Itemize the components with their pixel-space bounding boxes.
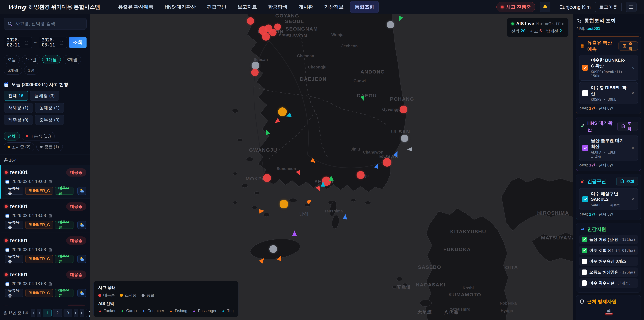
quick-range-chip-6개월[interactable]: 6개월 xyxy=(4,66,22,75)
incident-marker[interactable] xyxy=(262,33,270,41)
sensitive-resource-row[interactable]: 오동도 해상공원(125ha) xyxy=(579,267,638,277)
page-next-button[interactable] xyxy=(74,308,78,317)
section-query-button[interactable]: 조회 xyxy=(617,122,638,131)
resource-checkbox[interactable] xyxy=(582,280,587,286)
close-icon[interactable]: × xyxy=(630,65,635,71)
date-to-input[interactable]: 2026-03-11 xyxy=(39,37,67,48)
region-chip-서해청[interactable]: 서해청(1) xyxy=(4,103,33,113)
quick-range-chip-오늘[interactable]: 오늘 xyxy=(4,55,20,64)
section-query-button[interactable]: 조회 xyxy=(616,177,638,186)
model-checkbox[interactable] xyxy=(582,65,588,71)
model-item[interactable]: 여수항 DIESEL 확산KOSPS · 30kL× xyxy=(579,82,638,104)
calendar-icon xyxy=(24,40,29,45)
model-checkbox[interactable] xyxy=(582,145,588,151)
page-prev-button[interactable] xyxy=(37,308,41,317)
notifications-button[interactable] xyxy=(540,2,550,13)
model-checkbox[interactable] xyxy=(582,90,588,96)
quick-range-chip-3개월[interactable]: 3개월 xyxy=(63,55,81,64)
page-button-1[interactable]: 1 xyxy=(43,308,52,317)
quick-range-chip-1개월[interactable]: 1개월 xyxy=(42,55,61,64)
date-from-input[interactable]: 2026-02-11 xyxy=(4,37,32,48)
weather-button[interactable] xyxy=(78,289,86,297)
incident-marker[interactable] xyxy=(251,69,258,76)
page-button-3[interactable]: 3 xyxy=(64,308,72,317)
incident-marker[interactable] xyxy=(247,17,254,25)
section-query-button[interactable]: 조회 xyxy=(618,42,638,51)
resource-checkbox[interactable] xyxy=(582,259,587,264)
sensitive-resource-row[interactable]: 여수 갯벌 생태계(4,013ha) xyxy=(579,246,638,255)
section-header: 민감자원 xyxy=(579,226,638,232)
ship-marker-cargo[interactable] xyxy=(328,175,334,182)
sensitive-resource-row[interactable]: 여수 해수욕장 3개소 xyxy=(579,256,638,266)
status-chip-대응중 (13)[interactable]: 대응중 (13) xyxy=(22,132,55,140)
close-icon[interactable]: × xyxy=(630,145,635,151)
ship-marker-tug[interactable] xyxy=(320,181,326,187)
ship-marker-container[interactable] xyxy=(342,214,348,220)
page-button-2[interactable]: 2 xyxy=(53,308,62,317)
incident-card[interactable]: test001대응중2026-03-04 18:58유류유출BUNKER_C예측… xyxy=(0,267,90,301)
top-nav: Wing 해양환경 위기대응 통합시스템 유출유 확산예측HNS·대기확산긴급구… xyxy=(0,0,644,14)
incident-marker[interactable] xyxy=(274,24,281,30)
incident-card[interactable]: test001대응중2026-03-04 18:58유류유출BUNKER_C예측… xyxy=(0,199,90,233)
date-query-button[interactable]: 조회 xyxy=(69,37,86,48)
close-icon[interactable]: × xyxy=(630,196,635,202)
resource-checkbox[interactable] xyxy=(582,269,587,275)
incident-marker[interactable] xyxy=(387,21,394,28)
region-chip-동해청[interactable]: 동해청(1) xyxy=(35,103,64,113)
legend-ship-Container: ▲Container xyxy=(142,308,164,313)
page-first-button[interactable] xyxy=(31,308,35,317)
legend-label: Container xyxy=(148,308,164,313)
incident-marker[interactable] xyxy=(400,106,407,113)
search-input[interactable] xyxy=(15,21,83,26)
page-last-button[interactable] xyxy=(80,308,84,317)
incident-marker[interactable] xyxy=(280,200,288,208)
resource-checkbox[interactable] xyxy=(582,248,587,253)
weather-button[interactable] xyxy=(78,187,86,195)
nav-item-유출유 확산예측[interactable]: 유출유 확산예측 xyxy=(114,1,158,13)
model-item[interactable]: 여수 해상구난 SAR #12SAROPS · 확률맵× xyxy=(579,188,638,210)
model-item[interactable]: 여수항 BUNKER-C 확산KOSPS+OpenDrift · 150kL× xyxy=(579,55,638,81)
quick-range-chip-1년[interactable]: 1년 xyxy=(24,66,38,75)
incident-card[interactable]: test001대응중2026-03-04 19:00유류유출BUNKER_C예측… xyxy=(0,165,90,199)
incident-card[interactable]: test001대응중2026-03-04 18:58유류유출BUNKER_C예측… xyxy=(0,233,90,267)
incident-marker[interactable] xyxy=(269,245,277,253)
nav-item-보고자료[interactable]: 보고자료 xyxy=(233,1,261,13)
region-chip-남해청[interactable]: 남해청(3) xyxy=(30,91,59,101)
siren-icon xyxy=(579,179,585,184)
ship-marker-etc[interactable] xyxy=(407,147,413,152)
region-chip-제주청[interactable]: 제주청(0) xyxy=(4,115,33,125)
incident-marker[interactable] xyxy=(269,29,276,36)
incident-marker[interactable] xyxy=(252,62,259,70)
weather-button[interactable] xyxy=(78,221,86,229)
incident-marker[interactable] xyxy=(356,171,364,179)
close-icon[interactable]: × xyxy=(630,90,635,96)
nav-item-HNS·대기확산[interactable]: HNS·대기확산 xyxy=(160,1,200,13)
incident-marker[interactable] xyxy=(383,158,392,167)
status-chip-종료 (1)[interactable]: 종료 (1) xyxy=(36,142,63,151)
model-checkbox[interactable] xyxy=(582,196,588,202)
menu-button[interactable] xyxy=(626,2,636,13)
logout-button[interactable]: 로그아웃 xyxy=(595,2,622,12)
resource-checkbox[interactable] xyxy=(582,237,587,242)
sensitive-resource-row[interactable]: 돌산 어장 (김·전복)(131ha) xyxy=(579,235,638,244)
incident-tag: 유류유출 xyxy=(5,187,23,195)
sensitive-resource-row[interactable]: 여수 취수시설(2개소) xyxy=(579,278,638,288)
ship-marker-passenger[interactable] xyxy=(292,230,297,237)
region-chip-중부청[interactable]: 중부청(0) xyxy=(35,115,64,125)
nav-item-기상정보[interactable]: 기상정보 xyxy=(320,1,348,13)
ship-marker-fishing[interactable] xyxy=(258,208,265,214)
status-chip-조사중 (2)[interactable]: 조사중 (2) xyxy=(4,142,34,151)
nav-item-게시판[interactable]: 게시판 xyxy=(294,1,318,13)
weather-button[interactable] xyxy=(78,255,86,263)
nav-item-긴급구난[interactable]: 긴급구난 xyxy=(202,1,231,13)
incident-card[interactable]: 테스트4대응중2026-03-04 17:45유류유출BUNKER_C예측완료 xyxy=(0,301,90,306)
nav-item-통합조회[interactable]: 통합조회 xyxy=(350,1,378,13)
map-canvas[interactable]: GOYANGSEOULINCHEONSEONGNAMAnsanSUWONWonj… xyxy=(90,14,573,320)
incident-marker[interactable] xyxy=(401,135,408,142)
nav-item-항공탐색[interactable]: 항공탐색 xyxy=(264,1,292,13)
region-chip-전체[interactable]: 전체16 xyxy=(4,91,28,101)
incident-marker[interactable] xyxy=(263,174,271,182)
quick-range-chip-1주일[interactable]: 1주일 xyxy=(22,55,40,64)
model-item[interactable]: 울산 톨루엔 대기확산ALOHA · IDLH 1.2km× xyxy=(579,135,638,161)
status-chip-전체[interactable]: 전체 xyxy=(4,132,20,140)
